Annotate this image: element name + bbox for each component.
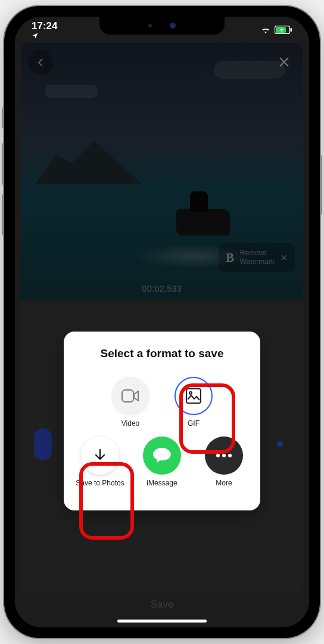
option-video[interactable]: Video [104, 377, 157, 428]
format-row: Video GIF [74, 377, 250, 428]
save-format-modal: Select a format to save Video GIF [64, 332, 260, 510]
svg-rect-1 [291, 28, 292, 32]
option-more[interactable]: More [198, 436, 250, 488]
option-video-label: Video [122, 420, 139, 428]
svg-rect-3 [122, 390, 133, 402]
svg-point-5 [189, 392, 192, 394]
screen: 17:24 [15, 17, 309, 627]
option-gif-label: GIF [188, 420, 200, 428]
svg-point-6 [216, 454, 220, 457]
status-right [260, 26, 292, 34]
option-imessage[interactable]: iMessage [136, 436, 188, 488]
option-save-label: Save to Photos [76, 479, 124, 488]
home-indicator[interactable] [117, 620, 207, 623]
battery-icon [275, 26, 292, 34]
modal-title: Select a format to save [74, 347, 250, 360]
share-row: Save to Photos iMessage More [74, 436, 250, 488]
modal-backdrop[interactable] [15, 17, 309, 627]
wifi-icon [260, 26, 271, 34]
option-gif[interactable]: GIF [167, 377, 220, 428]
status-time: 17:24 [32, 20, 57, 32]
location-arrow-icon [32, 32, 58, 39]
svg-point-7 [222, 454, 226, 457]
phone-frame: 17:24 [4, 6, 320, 638]
video-icon [111, 377, 149, 415]
download-icon [81, 436, 119, 475]
option-imessage-label: iMessage [147, 479, 177, 488]
more-icon [205, 436, 243, 475]
option-save-to-photos[interactable]: Save to Photos [74, 436, 126, 488]
option-more-label: More [216, 479, 232, 488]
gif-icon [175, 377, 213, 415]
svg-point-8 [228, 454, 232, 457]
imessage-icon [143, 436, 181, 475]
status-time-group: 17:24 [32, 20, 58, 39]
svg-rect-4 [186, 389, 201, 403]
notch [99, 17, 225, 35]
